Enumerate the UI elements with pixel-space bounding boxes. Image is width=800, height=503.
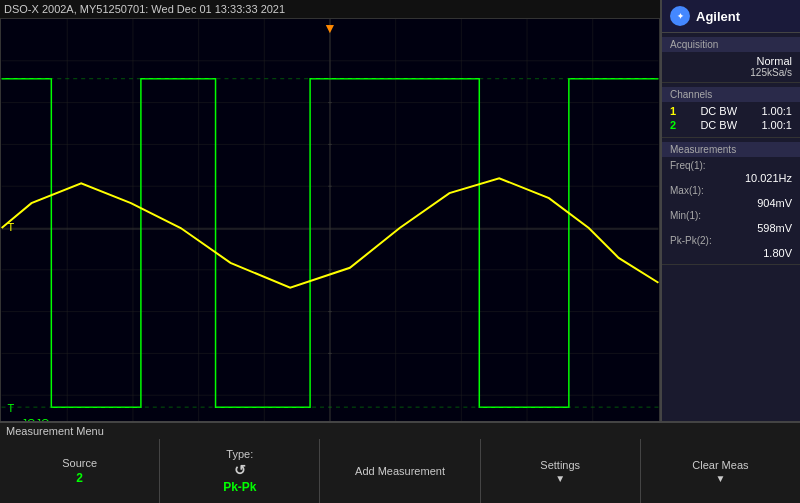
scope-screen: ▼ T T JOJO (0, 18, 660, 440)
agilent-header: ✦ Agilent (662, 0, 800, 33)
waveform-display: ▼ T T JOJO (1, 19, 659, 439)
max-value-row: 904mV (670, 197, 792, 209)
agilent-logo-icon: ✦ (670, 6, 690, 26)
channels-title: Channels (662, 87, 800, 102)
pkpk-value-row: 1.80V (670, 247, 792, 259)
measurements-section: Measurements Freq(1): 10.021Hz Max(1): 9… (662, 138, 800, 265)
clear-meas-label: Clear Meas (692, 459, 748, 471)
ch2-row: 2 DC BW 1.00:1 (670, 119, 792, 131)
svg-text:T: T (8, 402, 15, 414)
channels-section: Channels 1 DC BW 1.00:1 2 DC BW 1.00:1 (662, 83, 800, 138)
source-button[interactable]: Source 2 (0, 439, 160, 503)
max-value: 904mV (757, 197, 792, 209)
settings-arrow: ▼ (555, 473, 565, 484)
freq-value-row: 10.021Hz (670, 172, 792, 184)
min-row: Min(1): (670, 210, 792, 221)
freq-row: Freq(1): (670, 160, 792, 171)
type-value: Pk-Pk (223, 480, 256, 494)
acquisition-section: Acquisition Normal 125kSa/s (662, 33, 800, 83)
status-text: DSO-X 2002A, MY51250701: Wed Dec 01 13:3… (4, 3, 285, 15)
max-row: Max(1): (670, 185, 792, 196)
bottom-menu: Measurement Menu Source 2 Type: ↺ Pk-Pk … (0, 421, 800, 503)
pkpk-row: Pk-Pk(2): (670, 235, 792, 246)
source-label: Source (62, 457, 97, 469)
min-value: 598mV (757, 222, 792, 234)
min-value-row: 598mV (670, 222, 792, 234)
min-label: Min(1): (670, 210, 701, 221)
pkpk-label: Pk-Pk(2): (670, 235, 712, 246)
ch2-bw: DC BW (700, 119, 737, 131)
status-bar: DSO-X 2002A, MY51250701: Wed Dec 01 13:3… (0, 0, 660, 18)
acquisition-title: Acquisition (662, 37, 800, 52)
source-value: 2 (76, 471, 83, 485)
pkpk-value: 1.80V (763, 247, 792, 259)
menu-title: Measurement Menu (0, 423, 800, 439)
svg-text:▼: ▼ (323, 20, 337, 36)
acq-mode-value: Normal (670, 55, 792, 67)
settings-button[interactable]: Settings ▼ (481, 439, 641, 503)
freq-value: 10.021Hz (745, 172, 792, 184)
clear-meas-button[interactable]: Clear Meas ▼ (641, 439, 800, 503)
max-label: Max(1): (670, 185, 704, 196)
ch1-bw: DC BW (700, 105, 737, 117)
type-icon: ↺ (234, 462, 246, 478)
ch2-tag: 2 (670, 119, 676, 131)
settings-label: Settings (540, 459, 580, 471)
add-meas-label: Add Measurement (355, 465, 445, 477)
ch1-row: 1 DC BW 1.00:1 (670, 105, 792, 117)
right-panel: ✦ Agilent Acquisition Normal 125kSa/s Ch… (660, 0, 800, 462)
svg-text:T: T (8, 221, 15, 233)
clear-meas-arrow: ▼ (715, 473, 725, 484)
menu-buttons: Source 2 Type: ↺ Pk-Pk Add Measurement S… (0, 439, 800, 503)
measurements-title: Measurements (662, 142, 800, 157)
freq-label: Freq(1): (670, 160, 706, 171)
type-label: Type: (226, 448, 253, 460)
agilent-brand: Agilent (696, 9, 740, 24)
acq-rate-value: 125kSa/s (670, 67, 792, 78)
ch1-ratio: 1.00:1 (761, 105, 792, 117)
ch2-ratio: 1.00:1 (761, 119, 792, 131)
type-button[interactable]: Type: ↺ Pk-Pk (160, 439, 320, 503)
ch1-tag: 1 (670, 105, 676, 117)
add-measurement-button[interactable]: Add Measurement (320, 439, 480, 503)
